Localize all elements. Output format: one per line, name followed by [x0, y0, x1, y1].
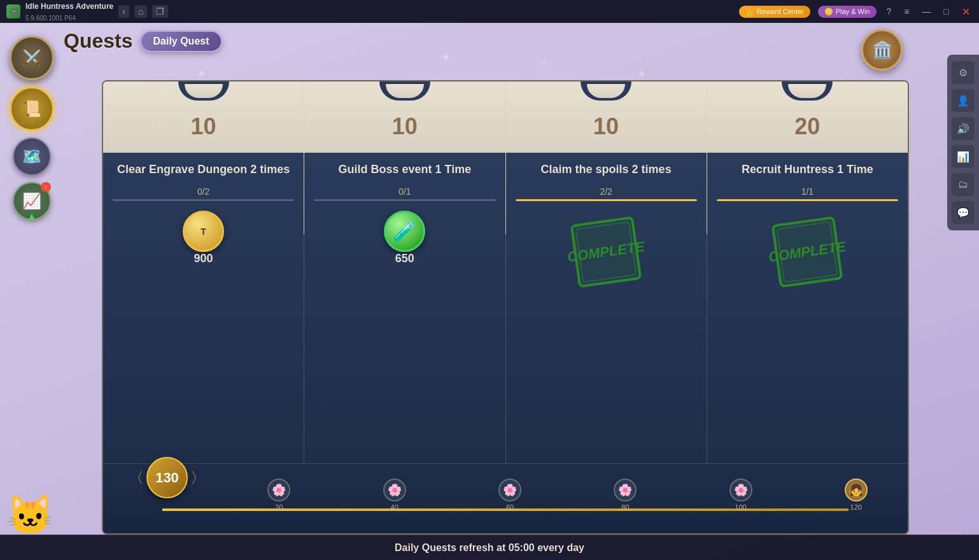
quest-card-2: 10 Guild Boss event 1 Time 0/1 🧪 650: [304, 81, 505, 463]
milestone-60[interactable]: 🌸 60: [498, 479, 521, 511]
right-sidebar: ⚙ 👤 🔊 📊 🗂 💬: [947, 55, 979, 230]
card-4-progress-bar: [717, 199, 898, 201]
top-right-building-icon[interactable]: 🏛️: [861, 29, 903, 71]
refresh-text-bar: Daily Quests refresh at 05:00 every day: [0, 535, 979, 560]
topbar: 🎮 Idle Huntress Adventure 5.9.600.1001 P…: [0, 0, 979, 23]
card-3-arch-inner: [587, 84, 625, 98]
play-win-button[interactable]: 🪙 Play & Win: [818, 6, 877, 18]
milestone-100[interactable]: 🌸 100: [729, 479, 752, 511]
milestone-40-icon: 🌸: [383, 479, 406, 501]
sidebar-upgrade-icon[interactable]: ! 📈 ▲: [13, 182, 51, 220]
milestone-80[interactable]: 🌸 80: [614, 479, 637, 511]
topbar-right: 👑 Reward Center 🪙 Play & Win ? ≡ — □ ✕: [739, 4, 973, 19]
upgrade-badge: !: [41, 182, 51, 192]
right-sidebar-btn-3[interactable]: 🔊: [952, 117, 975, 140]
milestone-80-icon: 🌸: [614, 479, 637, 501]
card-4-progress-section: 1/1: [717, 186, 898, 201]
card-1-top: 10: [103, 81, 304, 153]
milestone-120-label: 120: [850, 503, 862, 511]
right-sidebar-btn-4[interactable]: 📊: [952, 145, 975, 168]
card-2-bottom: Guild Boss event 1 Time 0/1 🧪 650: [304, 153, 505, 463]
card-4-bottom: Recruit Huntress 1 Time 1/1 Complete: [707, 153, 908, 463]
help-button[interactable]: ?: [884, 5, 894, 18]
main-content: ✦ ✦ ✦ ✦ ✦ ✧ ✧ ⚔️ 📜 🗺️ ! 📈 ▲ Quests Daily…: [0, 23, 979, 560]
card-2-progress-section: 0/1: [314, 186, 495, 201]
reward-center-button[interactable]: 👑 Reward Center: [739, 6, 810, 18]
card-4-points: 20: [717, 113, 898, 140]
card-2-reward-icon: 🧪: [384, 211, 425, 252]
card-3-progress-fill: [516, 199, 697, 201]
card-2-reward-amount: 650: [395, 252, 414, 265]
quest-cards-container: 10 Clear Engrave Dungeon 2 times 0/2 T 9…: [103, 81, 908, 463]
card-1-progress-bar: [113, 199, 294, 201]
card-4-arch: [782, 81, 833, 101]
card-4-arch-inner: [788, 84, 826, 98]
crown-icon: 👑: [745, 8, 754, 16]
coin-icon-topbar: 🪙: [824, 8, 833, 16]
card-1-reward-icon: T: [183, 211, 224, 252]
refresh-text-content: Daily Quests refresh at 05:00 every day: [395, 542, 584, 554]
reward-center-label: Reward Center: [757, 8, 804, 15]
card-3-bottom: Claim the spoils 2 times 2/2 Complete: [506, 153, 707, 463]
scroll-icon: 📜: [22, 100, 41, 118]
card-1-arch-inner: [185, 84, 223, 98]
card-3-top: 10: [506, 81, 707, 153]
card-1-arch: [178, 81, 229, 101]
left-wing-icon: 〈: [129, 468, 144, 488]
right-sidebar-btn-1[interactable]: ⚙: [952, 61, 975, 84]
sidebar-map-icon[interactable]: 🗺️: [13, 137, 51, 176]
sword-icon: ⚔️: [22, 49, 41, 67]
milestone-20[interactable]: 🌸 20: [267, 479, 290, 511]
nav-back-button[interactable]: ‹: [118, 5, 129, 18]
upgrade-arrow-icon: ▲: [27, 211, 37, 222]
nav-windows-button[interactable]: ❐: [152, 5, 168, 18]
card-3-complete-stamp[interactable]: Complete: [570, 216, 642, 288]
milestone-80-label: 80: [621, 503, 629, 511]
card-4-top: 20: [707, 81, 908, 153]
page-header: Quests Daily Quest: [64, 29, 222, 53]
milestone-100-label: 100: [735, 503, 746, 511]
card-4-complete-label: Complete: [768, 239, 847, 266]
daily-quest-tab[interactable]: Daily Quest: [140, 31, 222, 52]
right-sidebar-btn-2[interactable]: 👤: [952, 89, 975, 112]
maximize-button[interactable]: □: [941, 5, 952, 18]
app-icon: 🎮: [6, 4, 20, 18]
play-win-label: Play & Win: [836, 8, 870, 15]
building-icon: 🏛️: [872, 40, 892, 60]
quest-progress-bar: 〈 130 〉 🌸 20 🌸 40: [103, 463, 908, 533]
topbar-nav: ‹ ⌂ ❐: [118, 5, 168, 18]
card-4-progress-fill: [717, 199, 898, 201]
minimize-button[interactable]: —: [920, 5, 934, 18]
card-4-progress-text: 1/1: [717, 186, 898, 197]
card-2-progress-bar: [314, 199, 495, 201]
quest-card-4: 20 Recruit Huntress 1 Time 1/1 Complete: [707, 81, 908, 463]
card-4-complete-stamp[interactable]: Complete: [771, 216, 843, 288]
card-2-top: 10: [304, 81, 505, 153]
card-1-bottom: Clear Engrave Dungeon 2 times 0/2 T 900: [103, 153, 304, 463]
milestone-120-icon: 👧: [845, 479, 868, 501]
milestone-40[interactable]: 🌸 40: [383, 479, 406, 511]
menu-button[interactable]: ≡: [901, 5, 912, 18]
right-sidebar-btn-5[interactable]: 🗂: [952, 173, 975, 196]
page-title: Quests: [64, 29, 132, 53]
card-3-points: 10: [516, 113, 697, 140]
close-button[interactable]: ✕: [959, 4, 973, 19]
sidebar-quest-icon[interactable]: 📜: [10, 87, 54, 131]
milestone-120[interactable]: 👧 120: [845, 479, 868, 511]
card-2-arch-inner: [386, 84, 424, 98]
card-2-points: 10: [314, 113, 495, 140]
right-sidebar-btn-6[interactable]: 💬: [952, 201, 975, 224]
card-2-progress-text: 0/1: [314, 186, 495, 197]
sidebar-main-icon[interactable]: ⚔️: [10, 36, 54, 80]
quest-card-3: 10 Claim the spoils 2 times 2/2 Complete: [506, 81, 707, 463]
card-4-title: Recruit Huntress 1 Time: [742, 162, 873, 177]
card-3-progress-bar: [516, 199, 697, 201]
right-wing-icon: 〉: [190, 468, 206, 488]
card-1-progress-text: 0/2: [113, 186, 294, 197]
app-name: Idle Huntress Adventure: [25, 2, 113, 11]
milestone-20-icon: 🌸: [267, 479, 290, 501]
nav-home-button[interactable]: ⌂: [134, 5, 147, 18]
card-1-progress-section: 0/2: [113, 186, 294, 201]
app-name-group: Idle Huntress Adventure 5.9.600.1001 P64: [25, 0, 113, 23]
milestones-track: 🌸 20 🌸 40 🌸 60 🌸 80 🌸 100: [143, 479, 868, 527]
